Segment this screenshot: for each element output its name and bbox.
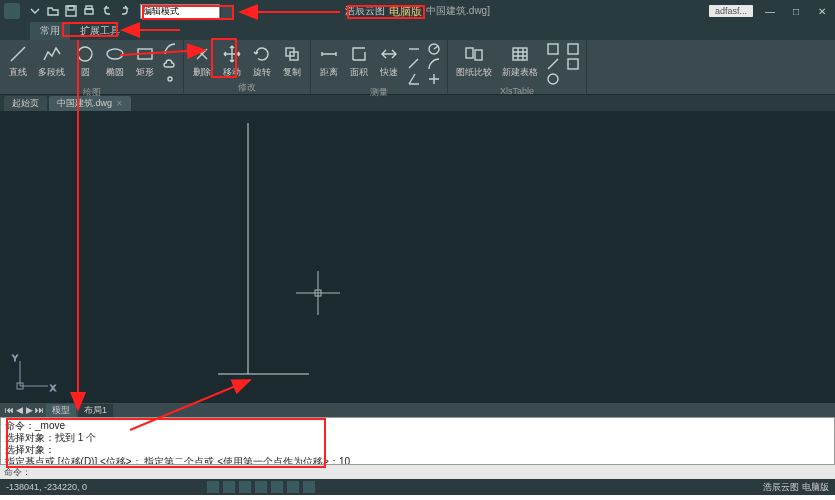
dim-radius-icon[interactable] [427, 42, 441, 56]
close-icon[interactable]: ✕ [116, 99, 123, 108]
rotate-button[interactable]: 旋转 [250, 42, 274, 81]
status-right: 浩辰云图 电脑版 [763, 481, 829, 494]
layout-tabs: ⏮ ◀ ▶ ⏭ 模型 布局1 [0, 403, 835, 417]
rotate-label: 旋转 [253, 66, 271, 79]
arc-icon[interactable] [163, 42, 177, 56]
lwt-toggle[interactable] [303, 481, 315, 493]
polar-toggle[interactable] [255, 481, 267, 493]
undo-icon[interactable] [100, 4, 114, 18]
quick-button[interactable]: 快速 [377, 42, 401, 86]
minimize-button[interactable]: — [761, 4, 779, 18]
layout-nav-next[interactable]: ▶ [24, 405, 34, 415]
dwg-compare-button[interactable]: 图纸比较 [454, 42, 494, 86]
compare-group-label: XlsTable [454, 86, 580, 97]
area-label: 面积 [350, 66, 368, 79]
svg-point-5 [107, 49, 123, 59]
search-mode-input[interactable] [143, 6, 203, 16]
copy-button[interactable]: 复制 [280, 42, 304, 81]
user-badge[interactable]: adfasf... [709, 5, 753, 17]
dim-aligned-icon[interactable] [407, 57, 421, 71]
dim-linear-icon[interactable] [407, 42, 421, 56]
save-icon[interactable] [64, 4, 78, 18]
search-mode-dropdown[interactable] [221, 5, 233, 18]
dim-ord-icon[interactable] [427, 72, 441, 86]
rect-label: 矩形 [136, 66, 154, 79]
delete-button[interactable]: 删除 [190, 42, 214, 81]
rect-button[interactable]: 矩形 [133, 42, 157, 86]
quick-access-toolbar [28, 4, 132, 18]
cmd-line-1: 命令：_move [5, 420, 830, 432]
open-icon[interactable] [46, 4, 60, 18]
dwg-compare-label: 图纸比较 [456, 66, 492, 79]
svg-rect-3 [86, 6, 92, 9]
tab-extend[interactable]: 扩展工具 [70, 22, 130, 40]
ortho-toggle[interactable] [239, 481, 251, 493]
osnap-toggle[interactable] [271, 481, 283, 493]
move-button[interactable]: 移动 [220, 42, 244, 81]
svg-rect-2 [85, 9, 93, 14]
polyline-button[interactable]: 多段线 [36, 42, 67, 86]
drawing-canvas[interactable]: Y X [0, 111, 835, 403]
document-name: 中国建筑.dwg] [426, 4, 490, 18]
status-toggles [207, 481, 315, 493]
layout-nav-first[interactable]: ⏮ [4, 405, 14, 415]
doc-tab-start-label: 起始页 [12, 97, 39, 110]
ellipse-button[interactable]: 椭圆 [103, 42, 127, 86]
layout-nav-prev[interactable]: ◀ [14, 405, 24, 415]
new-table-label: 新建表格 [502, 66, 538, 79]
layout-tab-1[interactable]: 布局1 [78, 404, 113, 417]
line-button[interactable]: 直线 [6, 42, 30, 86]
titlebar: 浩辰云图 电脑版 中国建筑.dwg] adfasf... — □ ✕ [0, 0, 835, 22]
print-icon[interactable] [82, 4, 96, 18]
misc-icon-5[interactable] [566, 57, 580, 71]
svg-rect-6 [138, 49, 152, 59]
coordinates: -138041, -234220, 0 [6, 482, 87, 492]
misc-icon-3[interactable] [546, 72, 560, 86]
delete-label: 删除 [193, 66, 211, 79]
doc-tab-start[interactable]: 起始页 [4, 96, 47, 111]
layout-tab-model[interactable]: 模型 [46, 404, 76, 417]
point-icon[interactable] [163, 72, 177, 86]
line-label: 直线 [9, 66, 27, 79]
svg-point-15 [548, 74, 558, 84]
title-center: 浩辰云图 电脑版 中国建筑.dwg] [345, 4, 490, 19]
area-button[interactable]: 面积 [347, 42, 371, 86]
app-edition: 电脑版 [389, 4, 422, 19]
close-button[interactable]: ✕ [813, 4, 831, 18]
misc-icon-2[interactable] [546, 57, 560, 71]
otrack-toggle[interactable] [287, 481, 299, 493]
svg-rect-14 [548, 44, 558, 54]
measure-group-label: 测量 [317, 86, 441, 100]
doc-tab-current-label: 中国建筑.dwg [57, 97, 112, 110]
svg-rect-12 [475, 50, 482, 60]
quick-label: 快速 [380, 66, 398, 79]
svg-point-4 [78, 47, 92, 61]
circle-label: 圆 [81, 66, 90, 79]
cmd-line-3: 选择对象： [5, 444, 830, 456]
ribbon-group-draw: 直线 多段线 圆 椭圆 矩形 绘图 [0, 40, 184, 94]
circle-button[interactable]: 圆 [73, 42, 97, 86]
layout-nav-last[interactable]: ⏭ [34, 405, 44, 415]
svg-rect-1 [68, 6, 74, 10]
distance-button[interactable]: 距离 [317, 42, 341, 86]
svg-rect-11 [466, 48, 473, 58]
grid-toggle[interactable] [223, 481, 235, 493]
triangle-down-icon[interactable] [28, 4, 42, 18]
canvas-content: Y X [0, 111, 835, 403]
dim-angular-icon[interactable] [407, 72, 421, 86]
cloud-icon[interactable] [163, 57, 177, 71]
command-history: 命令：_move 选择对象：找到 1 个 选择对象： 指定基点或 [位移(D)]… [0, 417, 835, 465]
misc-icon-1[interactable] [546, 42, 560, 56]
search-mode-box[interactable] [140, 4, 220, 19]
svg-text:X: X [50, 383, 56, 393]
dim-arc-icon[interactable] [427, 57, 441, 71]
snap-toggle[interactable] [207, 481, 219, 493]
doc-tab-current[interactable]: 中国建筑.dwg✕ [49, 96, 131, 111]
command-input[interactable]: 命令： [0, 465, 835, 479]
redo-icon[interactable] [118, 4, 132, 18]
tab-common[interactable]: 常用 [30, 22, 70, 40]
misc-icon-4[interactable] [566, 42, 580, 56]
new-table-button[interactable]: 新建表格 [500, 42, 540, 86]
maximize-button[interactable]: □ [787, 4, 805, 18]
cmd-line-2: 选择对象：找到 1 个 [5, 432, 830, 444]
